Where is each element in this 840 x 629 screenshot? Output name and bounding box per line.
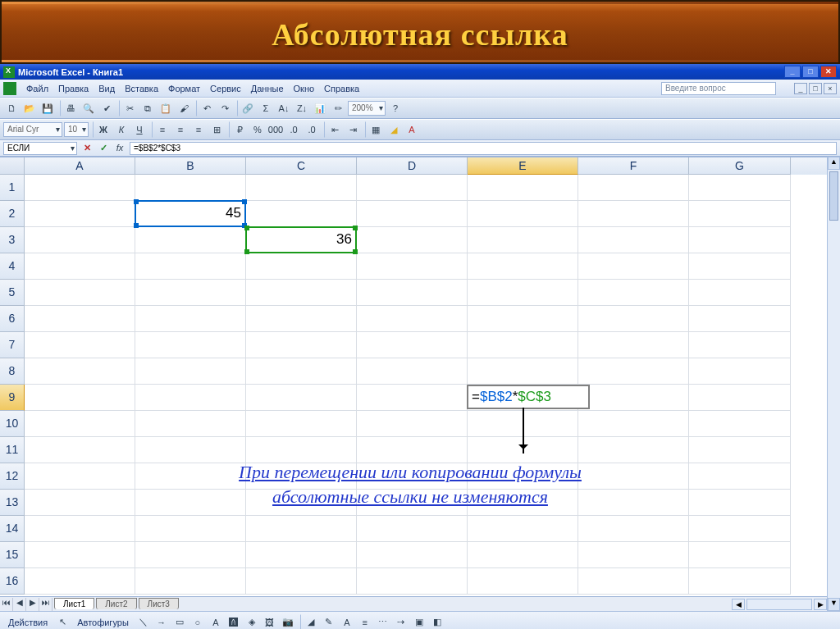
drawing-icon[interactable]: ✏ <box>330 100 346 116</box>
cell[interactable] <box>135 175 246 201</box>
underline-icon[interactable]: Ч <box>131 121 148 138</box>
vertical-scrollbar[interactable]: ▲ ▼ <box>827 157 840 611</box>
align-left-icon[interactable]: ≡ <box>154 121 171 138</box>
cell[interactable] <box>468 516 578 542</box>
cell[interactable] <box>578 201 689 227</box>
cancel-formula-icon[interactable]: ✕ <box>80 142 94 155</box>
font-color-icon[interactable]: A <box>339 614 355 630</box>
cell[interactable] <box>25 516 135 542</box>
cell[interactable] <box>25 358 135 385</box>
cell[interactable] <box>246 358 357 385</box>
cell[interactable] <box>689 568 791 595</box>
row-header[interactable]: 5 <box>0 280 25 306</box>
comma-icon[interactable]: 000 <box>267 121 284 138</box>
cell[interactable] <box>25 385 135 411</box>
undo-icon[interactable]: ↶ <box>199 100 215 116</box>
row-header[interactable]: 11 <box>0 437 25 463</box>
chart-icon[interactable]: 📊 <box>312 100 328 116</box>
bold-icon[interactable]: Ж <box>95 121 112 138</box>
cell[interactable] <box>689 201 791 227</box>
cell[interactable] <box>578 332 689 358</box>
cell[interactable] <box>357 516 468 542</box>
sort-asc-icon[interactable]: A↓ <box>276 100 292 116</box>
inc-decimal-icon[interactable]: .0 <box>285 121 302 138</box>
hscroll-right-icon[interactable]: ▶ <box>814 599 827 610</box>
cell[interactable] <box>25 227 135 253</box>
rect-icon[interactable]: ▭ <box>171 614 188 630</box>
dec-indent-icon[interactable]: ⇤ <box>326 121 343 138</box>
save-icon[interactable]: 💾 <box>39 100 56 116</box>
cell[interactable] <box>689 385 791 411</box>
cell[interactable]: 45 <box>135 201 246 227</box>
cell[interactable] <box>25 542 135 568</box>
cell[interactable] <box>357 175 468 201</box>
cell[interactable] <box>689 175 791 201</box>
cell[interactable] <box>578 175 689 201</box>
hscroll-left-icon[interactable]: ◀ <box>732 599 745 610</box>
child-minimize-icon[interactable]: _ <box>794 83 807 94</box>
cell[interactable] <box>578 280 689 306</box>
cell[interactable] <box>689 332 791 358</box>
preview-icon[interactable]: 🔍 <box>80 100 97 116</box>
arrow-shape-icon[interactable]: → <box>153 614 170 630</box>
scroll-down-icon[interactable]: ▼ <box>828 598 840 611</box>
cell[interactable] <box>135 253 246 280</box>
row-header[interactable]: 8 <box>0 358 25 385</box>
arrow-style-icon[interactable]: ⇢ <box>393 614 409 630</box>
cell[interactable] <box>25 280 135 306</box>
cell[interactable] <box>135 411 246 437</box>
italic-icon[interactable]: К <box>113 121 130 138</box>
cell[interactable] <box>357 568 468 595</box>
cell[interactable] <box>357 358 468 385</box>
menu-help[interactable]: Справка <box>319 82 364 95</box>
child-close-icon[interactable]: × <box>824 83 837 94</box>
copy-icon[interactable]: ⧉ <box>139 100 156 116</box>
cell[interactable] <box>468 253 578 280</box>
cell[interactable] <box>689 490 791 516</box>
cell[interactable] <box>135 306 246 332</box>
zoom-select[interactable]: 200% <box>348 101 386 116</box>
percent-icon[interactable]: % <box>249 121 266 138</box>
cell[interactable] <box>578 568 689 595</box>
3d-icon[interactable]: ◧ <box>429 614 445 630</box>
wordart-icon[interactable]: 🅰 <box>226 614 242 630</box>
cell[interactable] <box>578 358 689 385</box>
currency-icon[interactable]: ₽ <box>231 121 248 138</box>
print-icon[interactable]: 🖶 <box>62 100 79 116</box>
cell[interactable] <box>25 437 135 463</box>
select-all-corner[interactable] <box>0 157 25 175</box>
child-restore-icon[interactable]: □ <box>809 83 822 94</box>
cell[interactable] <box>135 227 246 253</box>
cell[interactable] <box>357 306 468 332</box>
column-header[interactable]: C <box>246 157 357 175</box>
autosum-icon[interactable]: Σ <box>258 100 274 116</box>
cell[interactable] <box>357 201 468 227</box>
cell[interactable] <box>135 358 246 385</box>
redo-icon[interactable]: ↷ <box>217 100 233 116</box>
row-header[interactable]: 6 <box>0 306 25 332</box>
tabnav-last-icon[interactable]: ⏭ <box>39 598 52 611</box>
menu-data[interactable]: Данные <box>246 82 289 95</box>
cell[interactable] <box>246 542 357 568</box>
cell[interactable] <box>135 280 246 306</box>
scroll-up-icon[interactable]: ▲ <box>828 157 840 170</box>
align-center-icon[interactable]: ≡ <box>172 121 189 138</box>
cell[interactable] <box>689 463 791 490</box>
ask-question-box[interactable]: Введите вопрос <box>661 82 776 95</box>
cell[interactable] <box>25 411 135 437</box>
cell[interactable] <box>357 411 468 437</box>
menu-insert[interactable]: Вставка <box>120 82 163 95</box>
name-box[interactable]: ЕСЛИ <box>3 142 77 155</box>
cell[interactable] <box>578 411 689 437</box>
cell[interactable] <box>689 253 791 280</box>
cell[interactable] <box>689 542 791 568</box>
format-painter-icon[interactable]: 🖌 <box>176 100 192 116</box>
cell[interactable] <box>246 253 357 280</box>
column-header[interactable]: B <box>135 157 246 175</box>
row-header[interactable]: 12 <box>0 463 25 490</box>
cell[interactable] <box>578 516 689 542</box>
cell[interactable] <box>578 542 689 568</box>
cell[interactable] <box>357 385 468 411</box>
cell[interactable] <box>135 516 246 542</box>
row-header[interactable]: 2 <box>0 201 25 227</box>
